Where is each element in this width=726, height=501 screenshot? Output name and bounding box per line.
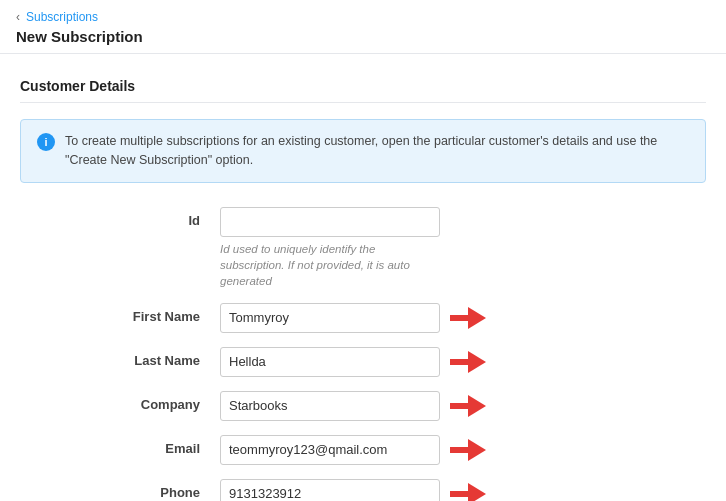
svg-rect-3: [450, 359, 470, 365]
label-first-name: First Name: [20, 303, 220, 324]
svg-rect-9: [450, 491, 470, 497]
email-input[interactable]: [220, 435, 440, 465]
customer-form: Id Id used to uniquely identify the subs…: [20, 207, 706, 502]
company-wrapper: [220, 391, 706, 421]
svg-rect-1: [450, 315, 470, 321]
info-text: To create multiple subscriptions for an …: [65, 132, 689, 170]
label-company: Company: [20, 391, 220, 412]
form-row-email: Email: [20, 435, 706, 465]
company-input[interactable]: [220, 391, 440, 421]
form-row-last-name: Last Name: [20, 347, 706, 377]
form-row-phone: Phone: [20, 479, 706, 501]
section-title: Customer Details: [20, 78, 706, 103]
last-name-wrapper: [220, 347, 706, 377]
label-last-name: Last Name: [20, 347, 220, 368]
form-row-first-name: First Name: [20, 303, 706, 333]
breadcrumb-link[interactable]: Subscriptions: [26, 10, 98, 24]
svg-marker-0: [468, 307, 486, 329]
main-content: Customer Details i To create multiple su…: [0, 54, 726, 501]
breadcrumb: ‹ Subscriptions: [16, 10, 710, 24]
svg-marker-6: [468, 439, 486, 461]
phone-arrow: [450, 483, 486, 501]
info-banner: i To create multiple subscriptions for a…: [20, 119, 706, 183]
page-header: ‹ Subscriptions New Subscription: [0, 0, 726, 54]
form-row-id: Id Id used to uniquely identify the subs…: [20, 207, 706, 289]
label-email: Email: [20, 435, 220, 456]
first-name-input[interactable]: [220, 303, 440, 333]
svg-rect-7: [450, 447, 470, 453]
id-input[interactable]: [220, 207, 440, 237]
phone-input[interactable]: [220, 479, 440, 501]
svg-marker-8: [468, 483, 486, 501]
svg-rect-5: [450, 403, 470, 409]
last-name-arrow: [450, 351, 486, 373]
label-phone: Phone: [20, 479, 220, 500]
svg-marker-4: [468, 395, 486, 417]
back-arrow-icon: ‹: [16, 10, 20, 24]
page-title: New Subscription: [16, 28, 710, 45]
info-icon: i: [37, 133, 55, 151]
last-name-input[interactable]: [220, 347, 440, 377]
id-hint: Id used to uniquely identify the subscri…: [220, 241, 420, 289]
phone-wrapper: [220, 479, 706, 501]
first-name-arrow: [450, 307, 486, 329]
email-arrow: [450, 439, 486, 461]
form-row-company: Company: [20, 391, 706, 421]
label-id: Id: [20, 207, 220, 228]
id-field-col: Id used to uniquely identify the subscri…: [220, 207, 440, 289]
company-arrow: [450, 395, 486, 417]
email-wrapper: [220, 435, 706, 465]
first-name-wrapper: [220, 303, 706, 333]
svg-marker-2: [468, 351, 486, 373]
